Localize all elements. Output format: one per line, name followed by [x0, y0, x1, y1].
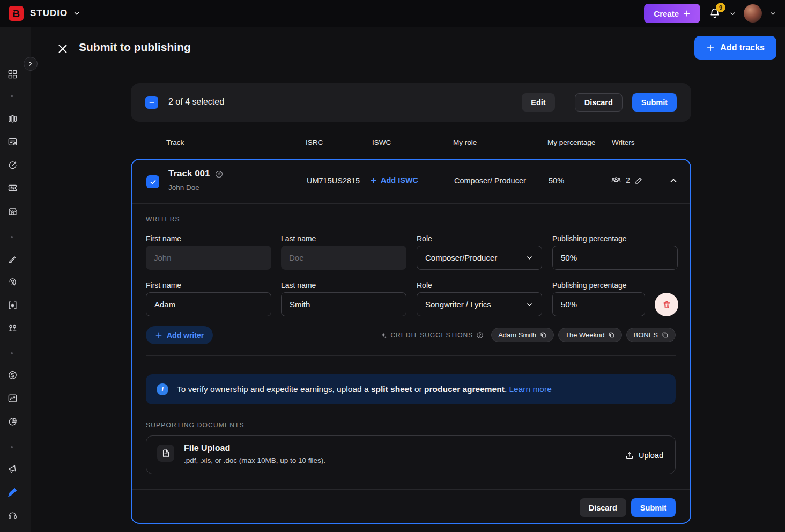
column-isrc: ISRC: [306, 138, 323, 146]
notification-count-badge: 9: [716, 3, 725, 12]
notes-edit-icon[interactable]: [6, 135, 19, 148]
writer2-first-name-input[interactable]: [146, 292, 271, 316]
publishing-pen-active-icon[interactable]: [6, 485, 19, 498]
brand-name: STUDIO: [30, 8, 68, 19]
page-title: Submit to publishing: [79, 41, 191, 54]
file-upload-box: File Upload .pdf, .xls, or .doc (max 10M…: [146, 435, 676, 474]
chevron-down-icon: [525, 254, 534, 262]
suggestion-chip[interactable]: BONES: [626, 328, 676, 342]
column-track: Track: [166, 138, 184, 146]
submit-button[interactable]: Submit: [632, 93, 677, 112]
ticket-discount-icon[interactable]: [6, 181, 19, 194]
role-label: Role: [417, 234, 542, 243]
sparkle-icon: [380, 331, 387, 339]
notifications-chevron-down-icon[interactable]: [729, 10, 736, 17]
track-card: Track 001 John Doe UM715US2815 Add ISWC …: [131, 159, 691, 524]
check-icon: [150, 179, 157, 186]
edit-track-pencil-icon[interactable]: [634, 176, 643, 185]
card-footer: Discard Submit: [132, 489, 690, 525]
earnings-dollar-icon[interactable]: [6, 368, 19, 381]
writer1-last-name-input[interactable]: [281, 246, 406, 270]
add-writer-button[interactable]: Add writer: [146, 326, 213, 344]
fingerprint-icon[interactable]: [6, 275, 19, 288]
bandlab-logo[interactable]: B ★: [9, 6, 24, 21]
info-icon: i: [157, 383, 168, 395]
upload-icon: [625, 451, 634, 460]
table-header: Track ISRC ISWC My role My percentage Wr…: [131, 137, 691, 150]
plus-icon: [706, 43, 715, 52]
suggestion-chip[interactable]: The Weeknd: [558, 328, 622, 342]
waveform-brackets-icon[interactable]: [6, 299, 19, 312]
writer1-role-select[interactable]: Composer/Producer: [417, 246, 542, 270]
actions-divider: [565, 93, 565, 112]
writer1-percentage-input[interactable]: [552, 246, 678, 270]
sidebar-divider-dot: [11, 352, 13, 354]
discard-button[interactable]: Discard: [580, 498, 626, 517]
column-my-role: My role: [453, 138, 477, 146]
pen-icon[interactable]: [6, 252, 19, 265]
dashboard-grid-icon[interactable]: [6, 68, 19, 80]
collapse-chevron-up-icon[interactable]: [669, 176, 678, 186]
writers-count: 2: [626, 176, 630, 184]
library-columns-icon[interactable]: [6, 112, 19, 125]
writer2-percentage-input[interactable]: [552, 292, 645, 316]
create-button[interactable]: Create: [644, 4, 700, 23]
gauge-icon[interactable]: [6, 158, 19, 171]
notifications-bell-icon[interactable]: 9: [708, 6, 722, 20]
percentage-label: Publishing percentage: [552, 281, 678, 290]
megaphone-icon[interactable]: [6, 462, 19, 475]
left-sidebar: [0, 27, 31, 532]
track-title: Track 001: [168, 168, 224, 179]
upload-button[interactable]: Upload: [625, 447, 663, 463]
learn-more-link[interactable]: Learn more: [509, 385, 552, 394]
store-icon[interactable]: [6, 205, 19, 218]
select-all-checkbox[interactable]: [145, 96, 158, 109]
suggestion-chip[interactable]: Adam Smith: [491, 328, 554, 342]
first-name-label: First name: [146, 234, 271, 243]
track-checkbox[interactable]: [146, 175, 159, 188]
credit-suggestions-label: CREDIT SUGGESTIONS: [380, 331, 484, 339]
insights-chart-icon[interactable]: [6, 391, 19, 404]
file-upload-title: File Upload: [184, 444, 230, 453]
sidebar-divider-dot: [11, 236, 13, 238]
edit-button[interactable]: Edit: [522, 93, 554, 112]
track-artist: John Doe: [168, 183, 199, 191]
writers-group-icon: [611, 175, 621, 186]
copy-icon: [608, 331, 615, 338]
writer2-last-name-input[interactable]: [281, 292, 406, 316]
plus-icon: [370, 177, 377, 184]
last-name-label: Last name: [281, 234, 406, 243]
file-document-icon: [157, 445, 174, 462]
writer2-role-select[interactable]: Songwriter / Lyrics: [417, 292, 542, 316]
profile-chevron-down-icon[interactable]: [769, 10, 776, 17]
logo-star-icon: ★: [11, 9, 15, 14]
delete-writer-button[interactable]: [655, 293, 678, 316]
selection-count-text: 2 of 4 selected: [168, 97, 224, 107]
supporting-documents-label: SUPPORTING DOCUMENTS: [146, 422, 245, 429]
section-divider: [146, 355, 676, 356]
pie-chart-icon[interactable]: [6, 415, 19, 428]
brand-chevron-down-icon[interactable]: [73, 10, 80, 17]
page-header: Submit to publishing Add tracks: [31, 27, 785, 68]
mixer-icon[interactable]: [6, 322, 19, 335]
plus-icon: [683, 10, 691, 17]
writer1-first-name-input[interactable]: [146, 246, 271, 270]
close-icon[interactable]: [56, 42, 70, 56]
credit-suggestions-row: CREDIT SUGGESTIONS Adam Smith The Weeknd…: [380, 328, 676, 342]
track-my-role: Composer/ Producer: [454, 176, 526, 185]
trash-icon: [662, 300, 671, 309]
sidebar-expand-button[interactable]: [24, 57, 38, 71]
add-tracks-button[interactable]: Add tracks: [694, 36, 776, 60]
track-my-percentage: 50%: [549, 176, 564, 185]
discard-button[interactable]: Discard: [575, 93, 623, 112]
role-label: Role: [417, 281, 542, 290]
top-nav: B ★ STUDIO Create 9: [0, 0, 785, 27]
submit-button[interactable]: Submit: [631, 498, 676, 517]
add-iswc-button[interactable]: Add ISWC: [370, 176, 418, 184]
user-avatar[interactable]: [744, 4, 762, 23]
selection-bar: 2 of 4 selected Edit Discard Submit: [131, 83, 691, 122]
track-isrc: UM715US2815: [307, 176, 360, 185]
file-upload-subtitle: .pdf, .xls, or .doc (max 10MB, up to 10 …: [184, 456, 325, 464]
headphones-icon[interactable]: [6, 508, 19, 521]
help-circle-icon[interactable]: [476, 331, 484, 339]
